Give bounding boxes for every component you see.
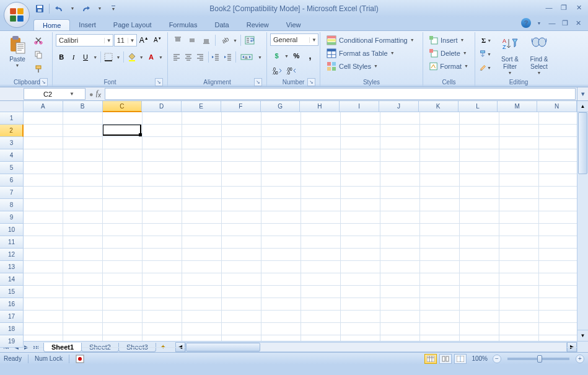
alignment-launcher[interactable]: ↘ xyxy=(254,78,262,86)
paste-button[interactable]: Paste ▼ xyxy=(5,33,30,78)
decrease-indent-button[interactable] xyxy=(210,50,221,64)
font-name-combo[interactable]: Calibri▼ xyxy=(56,34,113,46)
row-header-19[interactable]: 19 xyxy=(0,335,24,348)
redo-dropdown[interactable]: ▼ xyxy=(94,2,106,15)
view-page-layout-button[interactable] xyxy=(439,354,452,364)
help-dropdown[interactable]: ▼ xyxy=(534,18,544,28)
minimize-button[interactable]: — xyxy=(543,2,555,12)
office-button[interactable] xyxy=(4,2,30,28)
column-header-C[interactable]: C xyxy=(103,101,143,112)
number-launcher[interactable]: ↘ xyxy=(307,78,315,86)
underline-button[interactable]: U xyxy=(80,50,91,64)
accounting-button[interactable]: $ xyxy=(270,49,283,63)
cut-button[interactable] xyxy=(32,33,45,47)
column-header-H[interactable]: H xyxy=(300,101,340,112)
column-header-J[interactable]: J xyxy=(379,101,419,112)
row-header-14[interactable]: 14 xyxy=(0,273,24,286)
qat-customize[interactable]: ▼ xyxy=(107,2,120,15)
align-center-button[interactable] xyxy=(183,50,194,64)
formula-input[interactable] xyxy=(105,90,575,98)
border-button[interactable] xyxy=(103,50,114,64)
insert-cells-button[interactable]: Insert▼ xyxy=(426,33,472,46)
conditional-formatting-button[interactable]: Conditional Formatting▼ xyxy=(323,33,419,46)
align-left-button[interactable] xyxy=(171,50,182,64)
bold-button[interactable]: B xyxy=(56,50,67,64)
horizontal-scrollbar[interactable] xyxy=(185,342,567,352)
active-cell[interactable] xyxy=(102,124,141,136)
align-middle-button[interactable] xyxy=(185,33,199,47)
grow-font-button[interactable]: A▲ xyxy=(138,33,151,47)
shrink-font-button[interactable]: A▼ xyxy=(151,33,164,47)
tab-formulas[interactable]: Formulas xyxy=(160,19,206,30)
undo-dropdown[interactable]: ▼ xyxy=(66,2,79,15)
column-header-N[interactable]: N xyxy=(537,101,577,112)
orientation-dropdown[interactable]: ▼ xyxy=(232,38,239,43)
merge-center-button[interactable]: a xyxy=(238,50,257,64)
macro-record-button[interactable] xyxy=(76,355,84,363)
select-all-corner[interactable] xyxy=(0,101,24,112)
vertical-scrollbar[interactable]: ▲ ▼ xyxy=(577,101,588,341)
view-page-break-button[interactable] xyxy=(454,354,467,364)
row-header-7[interactable]: 7 xyxy=(0,187,24,199)
zoom-out-button[interactable]: − xyxy=(493,355,501,363)
mdi-minimize-button[interactable]: — xyxy=(547,18,557,28)
row-header-15[interactable]: 15 xyxy=(0,286,24,298)
restore-button[interactable]: ❐ xyxy=(558,2,569,12)
zoom-level[interactable]: 100% xyxy=(472,355,488,362)
orientation-button[interactable]: ab xyxy=(217,33,231,47)
comma-button[interactable]: , xyxy=(304,49,317,63)
view-normal-button[interactable] xyxy=(424,354,437,364)
column-header-K[interactable]: K xyxy=(419,101,459,112)
align-bottom-button[interactable] xyxy=(200,33,213,47)
column-header-F[interactable]: F xyxy=(221,101,261,112)
clear-button[interactable]: ▼ xyxy=(478,61,492,74)
row-header-18[interactable]: 18 xyxy=(0,323,24,335)
row-header-4[interactable]: 4 xyxy=(0,149,24,162)
row-header-12[interactable]: 12 xyxy=(0,249,24,261)
sheet-tab-sheet1[interactable]: Sheet1 xyxy=(43,343,82,352)
font-launcher[interactable]: ↘ xyxy=(155,78,163,86)
tab-review[interactable]: Review xyxy=(238,19,278,30)
border-dropdown[interactable]: ▼ xyxy=(115,55,122,60)
fill-color-dropdown[interactable]: ▼ xyxy=(138,55,145,60)
undo-button[interactable] xyxy=(53,2,65,15)
horizontal-scroll-thumb[interactable] xyxy=(186,343,260,351)
increase-indent-button[interactable] xyxy=(222,50,234,64)
tab-page-layout[interactable]: Page Layout xyxy=(105,19,160,30)
font-size-combo[interactable]: 11▼ xyxy=(114,34,137,46)
tab-insert[interactable]: Insert xyxy=(70,19,105,30)
underline-dropdown[interactable]: ▼ xyxy=(92,55,99,60)
zoom-slider[interactable] xyxy=(507,358,569,360)
column-header-B[interactable]: B xyxy=(63,101,103,112)
delete-cells-button[interactable]: Delete▼ xyxy=(426,46,472,60)
number-format-combo[interactable]: General▼ xyxy=(270,33,318,46)
row-header-5[interactable]: 5 xyxy=(0,162,24,174)
name-box-input[interactable] xyxy=(26,90,69,98)
row-header-8[interactable]: 8 xyxy=(0,199,24,211)
row-header-9[interactable]: 9 xyxy=(0,211,24,224)
name-box[interactable]: ▼ xyxy=(24,88,86,100)
row-header-10[interactable]: 10 xyxy=(0,224,24,236)
increase-decimal-button[interactable]: .0.00 xyxy=(270,64,284,77)
zoom-in-button[interactable]: + xyxy=(576,355,584,363)
scroll-down-button[interactable]: ▼ xyxy=(577,330,588,341)
zoom-slider-thumb[interactable] xyxy=(537,355,542,363)
row-header-13[interactable]: 13 xyxy=(0,261,24,273)
vertical-scroll-thumb[interactable] xyxy=(578,112,587,174)
cell-styles-button[interactable]: Cell Styles▼ xyxy=(323,60,419,73)
row-header-1[interactable]: 1 xyxy=(0,112,24,125)
column-header-G[interactable]: G xyxy=(261,101,301,112)
fill-color-button[interactable] xyxy=(126,50,137,64)
fx-button[interactable]: fx xyxy=(96,89,101,99)
redo-button[interactable] xyxy=(80,2,92,15)
sort-filter-button[interactable]: AZ Sort & Filter▼ xyxy=(496,33,524,78)
row-header-2[interactable]: 2 xyxy=(0,125,24,137)
scroll-up-button[interactable]: ▲ xyxy=(577,101,588,112)
worksheet-grid[interactable]: ABCDEFGHIJKLMN 1234567891011121314151617… xyxy=(0,101,588,341)
font-color-button[interactable]: A xyxy=(146,50,157,64)
tab-data[interactable]: Data xyxy=(206,19,237,30)
find-select-button[interactable]: Find & Select▼ xyxy=(525,33,553,78)
column-header-M[interactable]: M xyxy=(498,101,537,112)
format-cells-button[interactable]: Format▼ xyxy=(426,60,472,73)
tab-home[interactable]: Home xyxy=(33,19,70,30)
